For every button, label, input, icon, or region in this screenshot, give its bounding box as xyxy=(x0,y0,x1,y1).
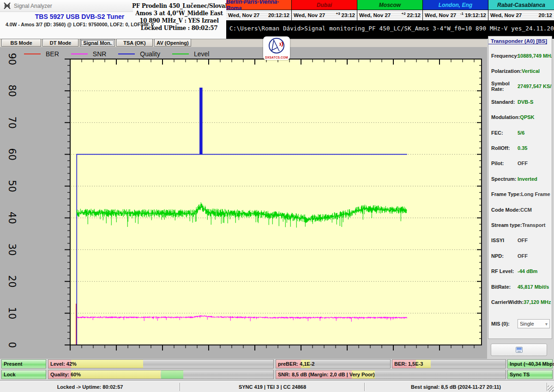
dxsatcs-logo: DXSATCS.COM xyxy=(263,36,290,60)
transponder-panel: Transponder (A0) [BS] Frequency:10889,74… xyxy=(488,36,552,339)
meter-label: SNR: 8,5 dB (Margin: 2,0 dB | Very Poor) xyxy=(278,372,375,377)
app-title: Signal Analyzer xyxy=(14,3,52,9)
svg-text:90: 90 xyxy=(6,53,18,65)
svg-text:10: 10 xyxy=(6,307,18,320)
transponder-value: OFF xyxy=(518,238,528,243)
transponder-row: RollOff:0.35 xyxy=(488,140,552,155)
transponder-rows: Frequency:10889,749 MHzPolarization:Vert… xyxy=(488,48,552,310)
svg-text:80: 80 xyxy=(6,85,18,97)
meter-label: Sync TS xyxy=(510,372,530,377)
transponder-label: FEC: xyxy=(491,130,518,136)
transponder-label: BitRate: xyxy=(491,284,518,290)
transponder-label: RollOff: xyxy=(491,145,518,151)
legend-label: SNR xyxy=(93,50,107,58)
transponder-value: DVB-S xyxy=(518,99,533,105)
meter-label: preBER: 4,1E-2 xyxy=(278,361,314,367)
transponder-row: Symbol Rate:27497,547 KS/s xyxy=(488,79,552,94)
legend-item-snr: SNR xyxy=(71,50,107,58)
status-uptime: Locked -> Uptime: 80:02:57 xyxy=(0,381,180,392)
chart-legend: BERSNRQualityLevel xyxy=(24,50,221,58)
transponder-label: Stream type: xyxy=(491,222,522,228)
legend-item-level: Level xyxy=(172,50,209,58)
transponder-value: -44 dBm xyxy=(518,268,537,274)
clock-city: Moscow xyxy=(357,0,422,10)
clock-1: Berlin-Paris-Vienna-RomaWed, Nov 2720:12… xyxy=(226,0,292,20)
svg-text:30: 30 xyxy=(6,244,18,256)
meter-bar-preber: preBER: 4,1E-2 xyxy=(276,359,391,368)
transponder-panel-title: Transponder (A0) [BS] xyxy=(488,38,547,44)
save-snapshot-button[interactable] xyxy=(491,344,547,356)
status-badge-present: Present xyxy=(1,359,46,368)
site-line-2: Amos 3 at 4,0°W_Middle East xyxy=(132,10,226,17)
meter-label: Quality: 60% xyxy=(50,372,81,377)
clock-4: London, EngWed, Nov 27-119:12:12 xyxy=(423,0,488,20)
transponder-label: Spectrum: xyxy=(491,176,518,182)
transponder-row: Polarization:Vertical xyxy=(488,63,552,78)
transponder-row: RF Level:-44 dBm xyxy=(488,263,552,279)
transponder-value: 45,817 Mbit/s xyxy=(518,284,549,290)
chevron-down-icon: ▾ xyxy=(545,321,548,327)
svg-text:40: 40 xyxy=(6,212,18,224)
clock-city: Dubai xyxy=(292,0,357,10)
legend-label: Quality xyxy=(140,50,160,58)
transponder-label: NPD: xyxy=(491,253,518,259)
tab-signal-mon-[interactable]: Signal Mon. xyxy=(80,39,115,47)
transponder-label: Modulation: xyxy=(491,114,520,120)
signal-chart: 0102030405060708090 BERSNRQualityLevel xyxy=(0,47,487,359)
transponder-label: Frequency: xyxy=(491,53,518,59)
mis-dropdown[interactable]: Single ▾ xyxy=(518,319,550,328)
clock-datetime: Wed, Nov 2720:12 xyxy=(488,10,554,20)
clock-city: London, Eng xyxy=(423,0,488,10)
transponder-value: 37,120 MHz xyxy=(524,299,551,305)
legend-line-swatch xyxy=(118,53,135,54)
transponder-row: NPD:OFF xyxy=(488,248,552,263)
status-badge-input-40-34-mbps-: Input (~40,34 Mbps) xyxy=(507,359,553,368)
transponder-row: Pilot:OFF xyxy=(488,156,552,171)
disk-icon xyxy=(516,347,523,353)
transponder-row: CarrierWidth:37,120 MHz xyxy=(488,294,552,309)
transponder-row: Stream type:Transport xyxy=(488,217,552,232)
status-badge-lock: Lock xyxy=(1,370,46,379)
meter-bar-quality: Quality: 60% xyxy=(48,370,274,379)
legend-item-ber: BER xyxy=(24,50,59,58)
transponder-value: 5/6 xyxy=(518,130,524,136)
transponder-value: OFF xyxy=(518,253,528,259)
clock-datetime: Wed, Nov 2720:12:12 xyxy=(226,10,291,20)
clock-5: Rabat-CasablancaWed, Nov 2720:12 xyxy=(488,0,554,20)
meter-segment-green xyxy=(161,370,184,379)
transponder-label: ISSYI xyxy=(491,238,518,243)
transponder-row: Standard:DVB-S xyxy=(488,94,552,109)
clock-datetime: Wed, Nov 27-119:12:12 xyxy=(423,10,488,20)
status-bar: Locked -> Uptime: 80:02:57 SYNC 419 | TE… xyxy=(0,381,554,392)
transponder-label: Polarization: xyxy=(491,68,522,74)
legend-label: Level xyxy=(194,50,209,58)
legend-item-quality: Quality xyxy=(118,50,160,58)
svg-text:20: 20 xyxy=(6,275,18,288)
transponder-value: CCM xyxy=(520,207,532,213)
mis-selected-value: Single xyxy=(520,321,534,327)
status-badge-sync-ts: Sync TS xyxy=(507,370,553,379)
transponder-label: Standard: xyxy=(491,99,518,105)
transponder-row: Spectrum:Inverted xyxy=(488,171,552,186)
meter-bar-snr: SNR: 8,5 dB (Margin: 2,0 dB | Very Poor) xyxy=(276,370,506,379)
world-clocks: Berlin-Paris-Vienna-RomaWed, Nov 2720:12… xyxy=(226,0,554,20)
meter-row-1: PresentLevel: 42%preBER: 4,1E-2BER: 1,5E… xyxy=(0,359,554,368)
transponder-row: Frame Type:Long Frame xyxy=(488,187,552,202)
console-window[interactable]: Berlin-Paris-Vienna-RomaWed, Nov 2720:12… xyxy=(226,0,554,39)
legend-line-swatch xyxy=(71,53,88,54)
resize-grip[interactable] xyxy=(548,386,554,392)
site-line-3: 10 890 MHz_V : YES Izrael xyxy=(132,17,226,24)
tab-tsa-ok-[interactable]: TSA (OK) xyxy=(116,39,153,47)
transponder-value: OFF xyxy=(518,160,528,166)
tab-dt-mode[interactable]: DT Mode xyxy=(42,39,78,47)
svg-text:60: 60 xyxy=(6,148,18,160)
header: Signal Analyzer TBS 5927 USB DVB-S2 Tune… xyxy=(0,0,226,39)
statusbar-separator xyxy=(364,383,365,391)
tab-bs-mode[interactable]: BS Mode xyxy=(1,39,41,47)
mis-label: MIS (0): xyxy=(491,321,518,327)
site-line-1: PF Prodelin 450_Lučenec/Slovakia xyxy=(132,2,226,10)
svg-text:70: 70 xyxy=(6,116,18,129)
legend-line-swatch xyxy=(24,53,41,54)
tab-av-opening-[interactable]: AV (Opening) xyxy=(154,39,191,47)
meter-segment-yellow xyxy=(71,370,161,379)
